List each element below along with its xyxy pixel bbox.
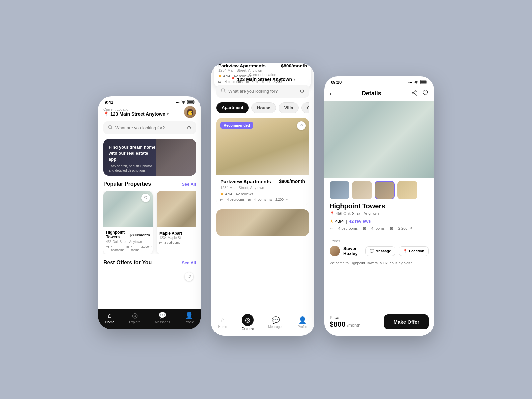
detail-rating: 4.94: [335, 219, 344, 224]
bottom-nav-explore: ⌂ Home ◎ Explore 💬 Messages 👤 Profile: [211, 311, 314, 336]
location-btn-icon: 📍: [403, 249, 408, 253]
nav-profile-explore[interactable]: 👤 Profile: [292, 316, 312, 329]
promo-banner: Find your dream home with our real estat…: [103, 139, 196, 176]
nav-home[interactable]: ⌂ Home: [100, 312, 120, 324]
header-actions: [411, 89, 429, 98]
nav-messages-label-explore: Messages: [268, 325, 283, 329]
svg-point-2: [108, 125, 112, 129]
bedrooms-value-maple: 3 bedrooms: [164, 241, 180, 244]
thumb-3[interactable]: [375, 181, 395, 199]
property-description: Welcome to Highpoint Towers, a luxurious…: [330, 260, 429, 266]
nav-messages[interactable]: 💬 Messages: [150, 311, 176, 324]
svg-line-14: [414, 91, 416, 92]
banner-subtitle: Easy search, beautiful photos, and detai…: [109, 164, 158, 173]
make-offer-button[interactable]: Make Offer: [384, 314, 429, 329]
nav-messages-explore[interactable]: 💬 Messages: [263, 316, 289, 329]
explore-icon: ◎: [132, 311, 138, 319]
top-card-name: Parkview Apartments: [218, 63, 266, 68]
detail-reviews[interactable]: 42 reviews: [349, 219, 371, 224]
tab-villa[interactable]: Villa: [279, 102, 299, 113]
property-card-highpoint[interactable]: ♡ Highpoint Towers $800/month 456 Oak St…: [103, 191, 153, 254]
messages-icon-explore: 💬: [272, 316, 280, 324]
phone-explore: Parkview Apartments $800/month 1234 Main…: [211, 63, 314, 336]
location-label-explore: Current Location: [216, 73, 309, 77]
location-header: Current Location 📍 123 Main Street Anyto…: [103, 106, 196, 118]
featured-reviews: 42 reviews: [236, 192, 253, 196]
popular-see-all[interactable]: See All: [182, 182, 196, 187]
search-icon-explore: [221, 88, 226, 94]
property-price-highpoint: $800/month: [130, 233, 150, 237]
thumb-4[interactable]: [397, 181, 417, 199]
bedrooms-icon: 🛏: [106, 245, 109, 252]
best-offers-header: Best Offers for You See All: [103, 260, 196, 266]
filter-icon[interactable]: ⚙: [187, 125, 191, 131]
favorite-button-offer[interactable]: ♡: [185, 272, 193, 281]
best-offers-see-all[interactable]: See All: [182, 260, 196, 265]
svg-line-7: [224, 92, 225, 93]
property-image-container-maple: [157, 191, 196, 227]
search-input-explore[interactable]: [228, 89, 297, 94]
svg-line-13: [414, 93, 416, 94]
owner-name: Steven Huxley: [343, 246, 362, 256]
tab-apartment[interactable]: Apartment: [216, 102, 249, 113]
second-listing-card[interactable]: [216, 209, 309, 236]
location-pin-explore: 📍: [230, 77, 236, 82]
star-detail: ★: [330, 219, 333, 224]
message-btn-label: Message: [376, 249, 391, 253]
filter-icon-explore[interactable]: ⚙: [300, 88, 304, 94]
signal-icon: ▪▪▪: [176, 100, 180, 104]
favorite-button-highpoint[interactable]: ♡: [141, 194, 150, 202]
tab-house[interactable]: House: [251, 102, 276, 113]
signal-icon-details: ▪▪▪: [408, 80, 412, 84]
location-btn-label: Location: [409, 249, 424, 253]
favorite-button-featured[interactable]: ♡: [297, 121, 306, 130]
featured-info-parkview: Parkview Apartments $800/month 1234 Main…: [216, 175, 309, 205]
search-input[interactable]: [115, 125, 184, 130]
banner-title: Find your dream home with our real estat…: [109, 144, 158, 163]
detail-rating-row: ★ 4.94 | 42 reviews: [330, 219, 429, 224]
chevron-down-icon: ▾: [167, 112, 169, 116]
tab-condo[interactable]: Condo: [301, 102, 309, 113]
status-bar-details: 09:20 ▪▪▪: [324, 76, 434, 86]
best-offers-card[interactable]: ♡: [103, 270, 196, 296]
spec-bed-icon: 🛏: [330, 226, 333, 231]
location-address: 123 Main Street Anytown: [110, 111, 165, 117]
nav-home-label-explore: Home: [218, 325, 227, 329]
detail-address: 📍 456 Oak Street Anytown: [330, 211, 429, 216]
nav-explore-active[interactable]: ◎ Explore: [236, 314, 259, 331]
search-bar-explore[interactable]: ⚙: [216, 85, 309, 98]
share-icon[interactable]: [411, 89, 418, 98]
favorite-icon[interactable]: [422, 89, 429, 98]
thumb-1[interactable]: [330, 181, 349, 199]
nav-profile[interactable]: 👤 Profile: [179, 311, 199, 324]
price-section: Price $800 /month: [330, 315, 360, 329]
bedrooms-icon-maple: 🛏: [159, 241, 162, 244]
property-name-highpoint: Highpoint Towers: [106, 230, 130, 239]
details-header: ‹ Details: [324, 86, 434, 101]
thumb-2[interactable]: [352, 181, 372, 199]
property-info-maple: Maple Apart 1234 Maple St 🛏 3 bedrooms: [157, 227, 196, 247]
location-button[interactable]: 📍 Location: [399, 246, 429, 256]
price-display-row: $800 /month: [330, 320, 360, 329]
area-value: 2.200m²: [141, 245, 152, 252]
avatar[interactable]: 👩: [184, 106, 196, 118]
featured-title-row: Parkview Apartments $800/month: [220, 179, 305, 184]
explore-icon-active: ◎: [242, 314, 254, 326]
time-home: 9:41: [105, 100, 113, 105]
location-row[interactable]: 📍 123 Main Street Anytown ▾: [103, 111, 169, 117]
nav-profile-label-explore: Profile: [298, 325, 307, 329]
top-card-address: 1234 Main Street, Anytown: [218, 68, 307, 72]
message-button[interactable]: 💬 Message: [365, 246, 395, 256]
category-tabs: Apartment House Villa Condo M...: [216, 102, 309, 113]
property-card-maple[interactable]: Maple Apart 1234 Maple St 🛏 3 bedrooms: [157, 191, 196, 254]
property-details-maple: 🛏 3 bedrooms: [159, 241, 196, 244]
location-row-explore[interactable]: 📍 123 Main Street Anytown ▾: [216, 77, 309, 82]
nav-home-explore[interactable]: ⌂ Home: [213, 316, 233, 329]
best-offers-title: Best Offers for You: [103, 260, 152, 266]
nav-explore[interactable]: ◎ Explore: [124, 311, 146, 324]
featured-card-parkview[interactable]: Recommended ♡ Parkview Apartments $800/m…: [216, 118, 309, 205]
search-bar[interactable]: ⚙: [103, 121, 196, 134]
location-address-explore: 123 Main Street Anytown: [237, 77, 292, 82]
profile-icon: 👤: [185, 311, 193, 319]
back-button[interactable]: ‹: [330, 90, 332, 97]
